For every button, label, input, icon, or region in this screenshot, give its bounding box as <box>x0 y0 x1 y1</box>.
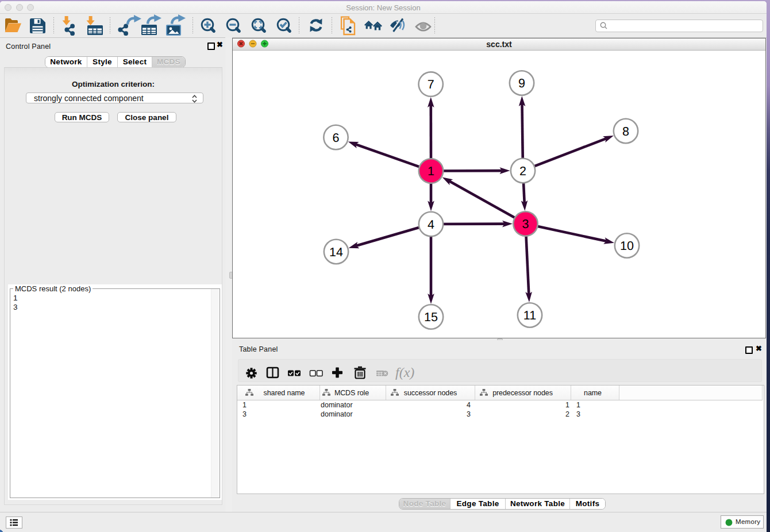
svg-text:2: 2 <box>519 164 526 178</box>
svg-text:15: 15 <box>424 310 438 324</box>
svg-text:10: 10 <box>620 239 634 253</box>
svg-text:9: 9 <box>518 76 525 90</box>
svg-text:7: 7 <box>428 78 434 91</box>
svg-text:3: 3 <box>522 217 529 231</box>
svg-text:f(x): f(x) <box>395 365 414 380</box>
svg-text:14: 14 <box>329 245 343 259</box>
svg-text:6: 6 <box>333 131 340 145</box>
svg-text:8: 8 <box>622 125 629 138</box>
svg-text:1: 1 <box>428 164 434 178</box>
svg-text:4: 4 <box>428 218 434 232</box>
svg-text:11: 11 <box>523 309 536 322</box>
